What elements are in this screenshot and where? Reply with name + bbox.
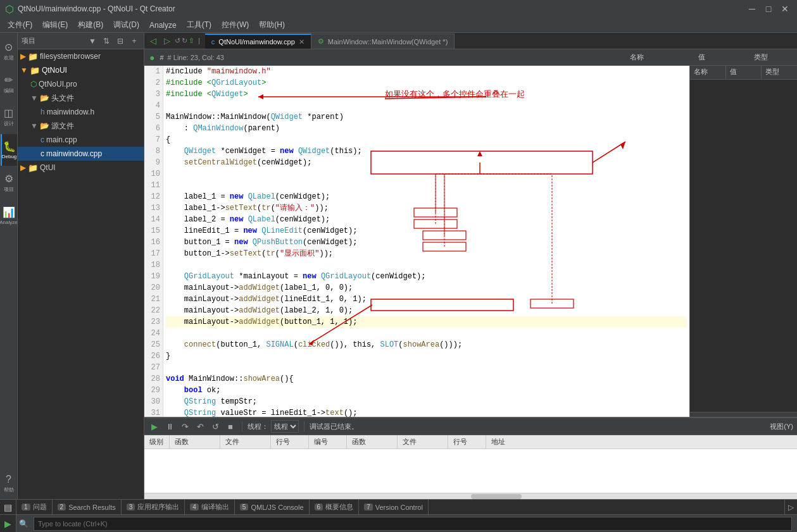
tree-item-qtui[interactable]: ▶ 📁 QtUI — [18, 161, 144, 175]
filetree-toolbar: 项目 ▼ ⇅ ⊟ + — [18, 33, 144, 49]
code-line-11 — [166, 180, 687, 191]
sidebar-item-debug[interactable]: 🐛 Debug — [1, 134, 17, 166]
code-line-3: #include <QWidget> — [166, 89, 687, 100]
tab-mainwindow-fn[interactable]: ⚙ MainWindow::MainWindow(QWidget *) — [311, 34, 455, 49]
line-num-12: 12 — [144, 191, 160, 202]
folder-icon: 📂 — [40, 94, 49, 102]
debug-stop-btn[interactable]: ■ — [224, 420, 237, 433]
maximize-button[interactable]: □ — [762, 2, 775, 16]
debug-step2-btn[interactable]: ↶ — [194, 420, 206, 433]
menu-analyze[interactable]: Analyze — [144, 18, 182, 33]
filetree-collapse-btn[interactable]: ⊟ — [115, 35, 126, 47]
tab-app-output[interactable]: 3 应用程序输出 — [122, 500, 185, 515]
sidebar-item-project[interactable]: ⚙ 项目 — [1, 167, 17, 199]
line-num-22: 22 — [144, 305, 160, 316]
menu-help[interactable]: 帮助(H) — [254, 18, 290, 33]
line-num-30: 30 — [144, 396, 160, 407]
tree-item-filesystembrowser[interactable]: ▶ 📁 filesystembrowser — [18, 49, 144, 63]
close-button[interactable]: ✕ — [778, 2, 792, 16]
code-content[interactable]: #include "mainwindow.h"#include <QGridLa… — [163, 66, 689, 417]
sidebar-item-help[interactable]: ? 帮助 — [1, 467, 17, 499]
tab-summary[interactable]: 6 概要信息 — [310, 500, 360, 515]
debug-table-header: 级别 函数 文件 行号 编号 函数 文件 行号 地址 — [144, 435, 797, 449]
editor-header-bar: ● # # Line: 23, Col: 43 名称 值 类型 — [144, 49, 797, 66]
tree-label: main.cpp — [46, 135, 77, 144]
menu-build[interactable]: 构建(B) — [73, 18, 108, 33]
filetree-add-btn[interactable]: + — [129, 35, 140, 47]
menu-edit[interactable]: 编辑(E) — [37, 18, 73, 33]
col-func: 函数 — [170, 435, 220, 448]
tabs-arrow[interactable]: ▷ — [784, 500, 797, 515]
debug-icon: 🐛 — [3, 140, 16, 152]
folder-symbol: 📁 — [30, 66, 40, 75]
tab-mainwindow-cpp[interactable]: c QtNoUI/mainwindow.cpp ✕ — [205, 34, 311, 49]
center-right: ◁ ▷ ↺ ↻ ⇧ | c QtNoUI/mainwindow.cpp ✕ ⚙ — [144, 33, 797, 499]
line-num-21: 21 — [144, 294, 160, 305]
sidebar-item-design[interactable]: ◫ 设计 — [1, 101, 17, 133]
tree-item-sources[interactable]: ▼ 📂 源文件 — [18, 119, 144, 133]
folder-expand-icon: ▼ — [30, 121, 38, 130]
thread-select[interactable]: 线程 — [271, 420, 299, 433]
tree-item-mainwindow-cpp[interactable]: c mainwindow.cpp — [18, 147, 144, 161]
tab-issues[interactable]: 1 问题 — [16, 500, 53, 515]
sidebar-item-edit[interactable]: ✏ 编辑 — [1, 68, 17, 100]
menu-file[interactable]: 文件(F) — [3, 18, 37, 33]
scrollbar-thumb[interactable] — [471, 494, 522, 499]
folder-icon-qtui: ▶ — [20, 163, 26, 172]
hash-symbol: # — [160, 54, 163, 61]
sidebar-label-welcome: 欢迎 — [4, 54, 14, 61]
horizontal-scrollbar[interactable] — [144, 493, 797, 499]
tree-item-mainwindow-h[interactable]: h mainwindow.h — [18, 105, 144, 119]
code-line-30: QString tempStr; — [166, 396, 687, 407]
view-label[interactable]: 视图(Y) — [770, 422, 793, 431]
code-editor[interactable]: 1234567891011121314151617181920212223242… — [144, 66, 689, 417]
tab-version[interactable]: 7 Version Control — [359, 500, 429, 515]
debug-play-btn[interactable]: ▶ — [148, 420, 161, 433]
menu-controls[interactable]: 控件(W) — [217, 18, 254, 33]
debug-pause-btn[interactable]: ⏸ — [163, 420, 176, 433]
folder-icon: 📂 — [40, 121, 49, 130]
menu-tools[interactable]: 工具(T) — [182, 18, 217, 33]
tab-compile[interactable]: 4 编译输出 — [185, 500, 235, 515]
code-line-17: button_1->setText(tr("显示面积")); — [166, 248, 687, 259]
tree-item-main-cpp[interactable]: c main.cpp — [18, 133, 144, 147]
debug-refresh-btn[interactable]: ↺ — [209, 420, 222, 433]
tab-label-compile: 编译输出 — [201, 502, 229, 512]
nav-fwd-btn[interactable]: ▷ — [161, 34, 173, 47]
locate-input[interactable] — [34, 517, 792, 531]
debug-step-btn[interactable]: ↷ — [179, 420, 191, 433]
line-num-5: 5 — [144, 111, 160, 123]
cpp-file-icon: c — [41, 135, 44, 144]
line-num-26: 26 — [144, 350, 160, 362]
tab-qml[interactable]: 5 QML/JS Console — [235, 500, 310, 515]
sidebar-item-welcome[interactable]: ⊙ 欢迎 — [1, 35, 17, 67]
tree-item-headers[interactable]: ▼ 📂 头文件 — [18, 91, 144, 105]
sidebar-item-analyze[interactable]: 📊 Analyze — [1, 200, 17, 232]
code-line-28: void MainWindow::showArea(){ — [166, 373, 687, 385]
right-panel-header: 名称 值 类型 — [690, 66, 797, 80]
minimize-button[interactable]: ─ — [745, 2, 759, 16]
filetree-panel: 项目 ▼ ⇅ ⊟ + ▶ 📁 filesystembrowser ▼ 📁 QtN… — [18, 33, 144, 499]
line-num-24: 24 — [144, 328, 160, 339]
debug-toolbar: ▶ ⏸ ↷ ↶ ↺ ■ 线程： 线程 调试器已结束。 视图(Y) — [144, 418, 797, 435]
nav-back-btn[interactable]: ◁ — [147, 34, 160, 47]
col-name: 名称 — [690, 66, 726, 79]
tab-search-results[interactable]: 2 Search Results — [53, 500, 122, 515]
right-panel-title: 名称 — [630, 53, 693, 62]
location-info: # Line: 23, Col: 43 — [168, 54, 224, 61]
tab-label-app: 应用程序输出 — [137, 502, 179, 512]
window-controls: ─ □ ✕ — [745, 2, 792, 16]
bottom-tabs: ▤ 1 问题 2 Search Results 3 应用程序输出 4 编译输出 … — [0, 499, 797, 514]
tab-close-btn[interactable]: ✕ — [299, 38, 304, 46]
sidebar-label-edit: 编辑 — [4, 87, 14, 94]
tree-item-qtnoui[interactable]: ▼ 📁 QtNoUI — [18, 63, 144, 77]
debug-table-content — [144, 449, 797, 493]
menu-debug[interactable]: 调试(D) — [108, 18, 144, 33]
tab-label-search: Search Results — [68, 504, 116, 511]
filetree-sync-btn[interactable]: ⇅ — [101, 35, 112, 47]
filetree-filter-btn[interactable]: ▼ — [87, 35, 98, 47]
right-panel-scrollbar[interactable] — [690, 412, 797, 417]
code-line-31: QString valueStr = lineEdit_1->text(); — [166, 407, 687, 417]
code-line-25: connect(button_1, SIGNAL(clicked()), thi… — [166, 339, 687, 350]
tree-item-pro[interactable]: ⬡ QtNoUI.pro — [18, 77, 144, 91]
